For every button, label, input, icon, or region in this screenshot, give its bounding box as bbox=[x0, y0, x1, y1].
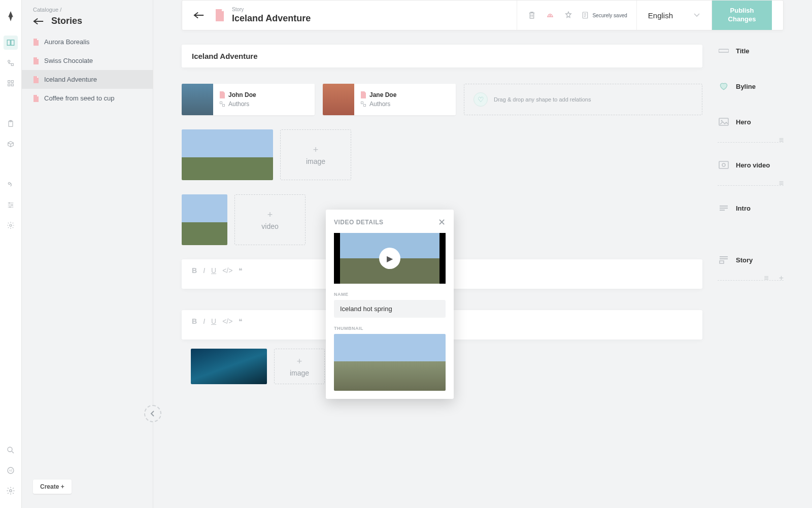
hero-video-thumbnail[interactable] bbox=[182, 194, 227, 245]
story-title: Iceland Adventure bbox=[232, 13, 517, 24]
nav-settings-icon[interactable] bbox=[4, 484, 18, 498]
nav-webhook-icon[interactable] bbox=[4, 178, 18, 192]
svg-point-23 bbox=[722, 163, 725, 166]
plus-icon: + bbox=[297, 356, 302, 367]
document-icon bbox=[219, 91, 225, 98]
reorder-icon[interactable]: ≡ bbox=[779, 179, 784, 188]
add-video-zone[interactable]: + video bbox=[234, 194, 306, 245]
svg-point-4 bbox=[8, 182, 10, 184]
breadcrumb[interactable]: Catalogue / bbox=[33, 7, 142, 13]
story-image-thumbnail[interactable] bbox=[191, 349, 267, 384]
thumbnail-field-label: THUMBNAIL bbox=[334, 326, 446, 331]
document-icon bbox=[33, 57, 39, 64]
quote-icon[interactable]: ❝ bbox=[239, 266, 243, 275]
name-field-label: NAME bbox=[334, 292, 446, 297]
svg-rect-22 bbox=[719, 161, 728, 168]
outline-item-byline[interactable]: Byline bbox=[718, 80, 784, 92]
svg-point-7 bbox=[9, 207, 11, 208]
plus-icon: + bbox=[313, 145, 319, 155]
nav-catalogue-icon[interactable] bbox=[4, 36, 18, 50]
outline-item-hero-video[interactable]: Hero video bbox=[718, 159, 784, 171]
nav-clipboard-icon[interactable] bbox=[4, 117, 18, 131]
save-status: Securely saved bbox=[581, 11, 627, 20]
quote-icon[interactable]: ❝ bbox=[239, 317, 243, 325]
delete-icon[interactable] bbox=[526, 10, 537, 21]
language-selector[interactable]: English bbox=[637, 1, 712, 30]
author-card[interactable]: Jane Doe Authors bbox=[323, 84, 456, 115]
title-field[interactable]: Iceland Adventure bbox=[182, 45, 702, 67]
play-icon[interactable]: ▶ bbox=[379, 248, 400, 269]
title-icon bbox=[718, 45, 730, 57]
bold-icon[interactable]: B bbox=[192, 317, 197, 325]
underline-icon[interactable]: U bbox=[211, 266, 216, 275]
document-icon bbox=[33, 39, 39, 46]
logo bbox=[4, 9, 18, 23]
catalogue-item[interactable]: Iceland Adventure bbox=[22, 70, 153, 89]
add-image-zone[interactable]: + image bbox=[274, 349, 325, 384]
catalogue-item[interactable]: Swiss Chocolate bbox=[22, 51, 153, 70]
svg-point-21 bbox=[721, 120, 723, 122]
visibility-icon[interactable] bbox=[545, 10, 556, 21]
svg-rect-18 bbox=[364, 105, 366, 107]
svg-point-9 bbox=[8, 447, 12, 452]
italic-icon[interactable]: I bbox=[203, 266, 205, 275]
svg-point-6 bbox=[11, 205, 13, 206]
topbar-back-icon[interactable] bbox=[193, 11, 205, 19]
author-card[interactable]: John Doe Authors bbox=[182, 84, 315, 115]
italic-icon[interactable]: I bbox=[203, 317, 205, 325]
catalogue-item[interactable]: Aurora Borealis bbox=[22, 32, 153, 51]
document-icon bbox=[360, 91, 366, 98]
plus-icon: + bbox=[267, 210, 273, 220]
svg-rect-19 bbox=[719, 49, 729, 52]
bold-icon[interactable]: B bbox=[192, 266, 197, 275]
nav-sliders-icon[interactable] bbox=[4, 198, 18, 212]
outline-item-intro[interactable]: Intro bbox=[718, 202, 784, 214]
topbar: Story Iceland Adventure Securely saved E… bbox=[182, 0, 784, 30]
catalogue-item[interactable]: Coffee from seed to cup bbox=[22, 89, 153, 108]
document-icon bbox=[33, 95, 39, 102]
outline-item-title[interactable]: Title bbox=[718, 45, 784, 57]
svg-rect-16 bbox=[223, 105, 225, 107]
close-icon[interactable]: ✕ bbox=[438, 218, 446, 227]
video-preview[interactable]: ▶ bbox=[334, 233, 446, 284]
video-thumbnail-preview[interactable] bbox=[334, 334, 446, 391]
chevron-down-icon bbox=[693, 13, 700, 18]
reorder-icon[interactable]: ≡ bbox=[764, 274, 768, 283]
outline-item-hero[interactable]: Hero bbox=[718, 116, 784, 128]
reorder-icon[interactable]: ≡ bbox=[779, 136, 784, 145]
nav-gear-icon[interactable] bbox=[4, 218, 18, 232]
underline-icon[interactable]: U bbox=[211, 317, 216, 325]
nav-language-icon[interactable]: AZ bbox=[4, 463, 18, 478]
outline-item-story[interactable]: Story bbox=[718, 254, 784, 266]
hero-image-thumbnail[interactable] bbox=[182, 129, 273, 180]
svg-rect-1 bbox=[11, 63, 13, 65]
document-icon bbox=[215, 9, 225, 21]
publish-button[interactable]: Publish Changes bbox=[712, 1, 772, 30]
video-details-popover: VIDEO DETAILS ✕ ▶ NAME THUMBNAIL bbox=[326, 210, 454, 399]
paragraph-icon bbox=[718, 202, 730, 214]
svg-point-8 bbox=[10, 224, 12, 226]
drop-relation-zone[interactable]: ♡ Drag & drop any shape to add relations bbox=[464, 84, 702, 115]
nav-search-icon[interactable] bbox=[4, 443, 18, 457]
svg-text:AZ: AZ bbox=[9, 469, 13, 472]
create-button[interactable]: Create + bbox=[33, 480, 72, 494]
svg-point-13 bbox=[550, 15, 551, 16]
main-area: Story Iceland Adventure Securely saved E… bbox=[153, 0, 812, 508]
star-icon[interactable] bbox=[563, 10, 574, 21]
code-icon[interactable]: </> bbox=[222, 266, 232, 275]
add-icon[interactable]: + bbox=[779, 274, 784, 283]
nav-box-icon[interactable] bbox=[4, 137, 18, 151]
outline-panel: Title Byline Hero ≡ bbox=[718, 45, 784, 508]
code-icon[interactable]: </> bbox=[222, 317, 232, 325]
back-arrow-icon[interactable] bbox=[33, 17, 44, 25]
video-name-input[interactable] bbox=[334, 300, 446, 318]
svg-rect-24 bbox=[720, 261, 724, 263]
add-image-zone[interactable]: + image bbox=[280, 129, 351, 180]
svg-rect-15 bbox=[220, 102, 222, 104]
nav-rail: AZ bbox=[0, 0, 22, 508]
nav-grid-icon[interactable] bbox=[4, 76, 18, 90]
svg-rect-17 bbox=[361, 102, 363, 104]
nav-shapes-icon[interactable] bbox=[4, 56, 18, 70]
svg-point-5 bbox=[9, 202, 10, 204]
avatar bbox=[323, 84, 354, 115]
